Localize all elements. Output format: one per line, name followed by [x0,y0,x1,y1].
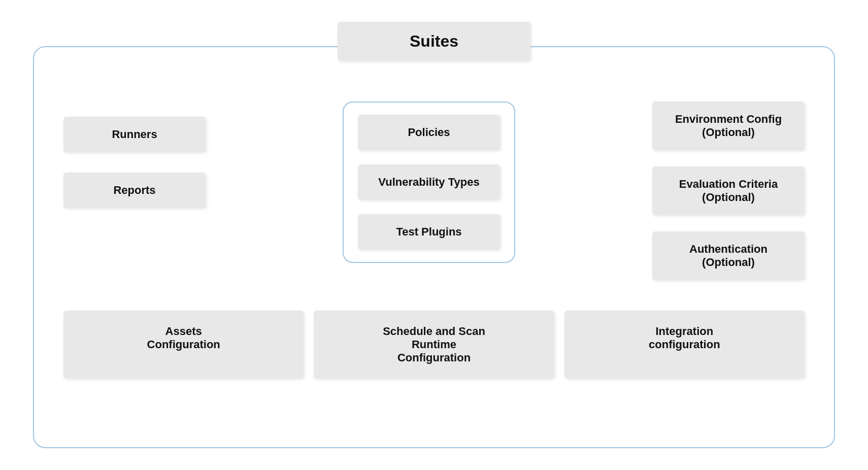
reports-box: Reports [63,173,206,208]
inner-group: Policies Vulnerability Types Test Plugin… [343,102,515,263]
test-plugins-box: Test Plugins [358,214,500,250]
vulnerability-types-box: Vulnerability Types [358,164,500,200]
schedule-scan-box: Schedule and ScanRuntimeConfiguration [314,311,554,379]
integration-configuration-box: Integrationconfiguration [564,311,805,379]
environment-config-box: Environment Config(Optional) [652,102,805,150]
evaluation-criteria-box: Evaluation Criteria(Optional) [652,166,805,215]
policies-box: Policies [358,115,500,150]
left-column: Runners Reports [63,102,216,208]
diagram-wrapper: Suites Runners Reports Policies Vulnerab… [33,22,835,448]
suites-box: Suites [338,22,530,61]
middle-column: Policies Vulnerability Types Test Plugin… [338,102,520,263]
authentication-box: Authentication(Optional) [652,231,805,280]
bottom-row: AssetsConfiguration Schedule and ScanRun… [33,311,835,404]
assets-configuration-box: AssetsConfiguration [63,311,304,379]
right-column: Environment Config(Optional) Evaluation … [642,102,805,280]
runners-box: Runners [63,117,206,152]
content-area: Runners Reports Policies Vulnerability T… [33,71,835,311]
